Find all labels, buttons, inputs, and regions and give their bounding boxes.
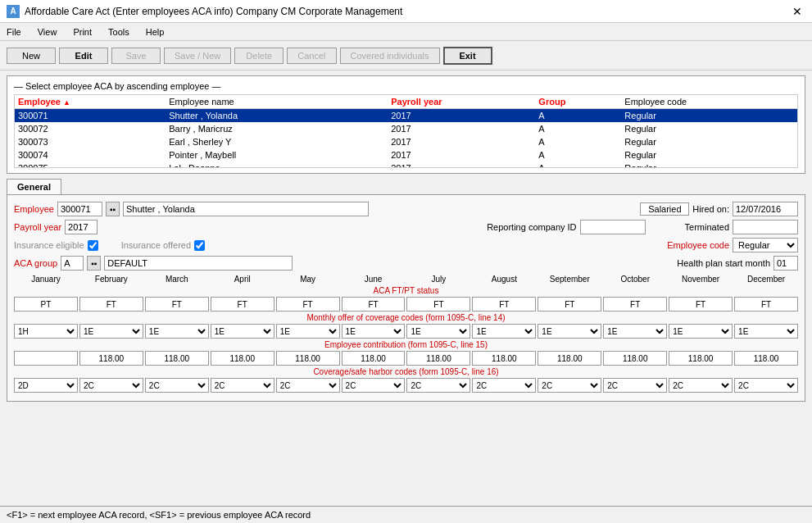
ft-pt-apr[interactable] [211,297,274,312]
contrib-nov[interactable] [669,351,733,366]
close-button[interactable]: ✕ [789,5,805,18]
month-jul: July [406,274,470,284]
aca-group-lookup-btn[interactable]: ▪▪ [87,256,101,271]
month-dec: December [734,274,798,284]
harbor-may[interactable]: 2C [276,378,340,393]
employee-table-container: Employee ▲ Employee name Payroll year Gr… [14,94,798,168]
coverage-jun[interactable]: 1E [342,324,406,339]
coverage-mar[interactable]: 1E [145,324,209,339]
contribution-row [14,351,798,366]
harbor-apr[interactable]: 2C [211,378,274,393]
contrib-jan[interactable] [14,351,78,366]
coverage-aug[interactable]: 1E [472,324,536,339]
ft-pt-aug[interactable] [472,297,536,312]
edit-button[interactable]: Edit [59,48,108,64]
menu-print[interactable]: Print [70,25,95,39]
employee-table-scroll[interactable]: Employee ▲ Employee name Payroll year Gr… [15,95,797,167]
ft-pt-jun[interactable] [342,297,406,312]
employee-code-dropdown[interactable]: Regular [733,238,798,252]
coverage-oct[interactable]: 1E [603,324,667,339]
insurance-offered-checkbox[interactable] [194,240,205,251]
coverage-dec[interactable]: 1E [734,324,798,339]
harbor-jan[interactable]: 2D2C [14,378,78,393]
toolbar: New Edit Save Save / New Delete Cancel C… [0,41,812,70]
insurance-eligible-checkbox[interactable] [88,240,98,251]
aca-group-input[interactable] [61,256,84,271]
harbor-jul[interactable]: 2C [406,378,470,393]
coverage-sep[interactable]: 1E [538,324,601,339]
cell-name: Shutter , Yolanda [166,109,388,123]
harbor-sep[interactable]: 2C [538,378,601,393]
coverage-apr[interactable]: 1E [211,324,274,339]
row-insurance: Insurance eligible Insurance offered Emp… [14,238,798,252]
cell-year: 2017 [388,122,535,135]
contrib-jul[interactable] [406,351,470,366]
cell-emp: 300075 [15,161,166,167]
contrib-dec[interactable] [734,351,798,366]
reporting-company-id-input[interactable] [580,220,646,234]
employee-name-input[interactable] [123,202,369,216]
tab-general[interactable]: General [7,179,61,194]
new-button[interactable]: New [7,48,56,64]
hired-on-label: Hired on: [692,204,729,214]
terminated-input[interactable] [733,220,798,234]
payroll-year-input[interactable] [65,220,98,234]
menu-help[interactable]: Help [143,25,168,39]
month-jan: January [14,274,78,284]
table-row[interactable]: 300073 Earl , Sherley Y 2017 A Regular [15,135,797,148]
contrib-apr[interactable] [211,351,274,366]
coverage-may[interactable]: 1E [276,324,340,339]
col-employee: Employee ▲ [15,95,166,109]
harbor-nov[interactable]: 2C [669,378,733,393]
table-row[interactable]: 300074 Pointer , Maybell 2017 A Regular [15,148,797,161]
contrib-may[interactable] [276,351,340,366]
tabs: General [7,179,805,194]
harbor-mar[interactable]: 2C [145,378,209,393]
harbor-aug[interactable]: 2C [472,378,536,393]
harbor-jun[interactable]: 2C [342,378,406,393]
contrib-jun[interactable] [342,351,406,366]
ft-pt-jul[interactable] [406,297,470,312]
section-title: — Select employee ACA by ascending emplo… [14,81,798,91]
table-row[interactable]: 300071 Shutter , Yolanda 2017 A Regular [15,109,797,123]
menu-view[interactable]: View [34,25,61,39]
harbor-oct[interactable]: 2C [603,378,667,393]
employee-id-input[interactable] [57,202,102,216]
coverage-codes-label: Monthly offer of coverage codes (form 10… [14,313,798,322]
ft-pt-jan[interactable] [14,297,78,312]
ft-pt-dec[interactable] [734,297,798,312]
save-button: Save [111,48,161,64]
harbor-feb[interactable]: 2C [79,378,143,393]
ft-pt-mar[interactable] [145,297,209,312]
contrib-aug[interactable] [472,351,536,366]
coverage-nov[interactable]: 1E [669,324,733,339]
ft-pt-nov[interactable] [669,297,733,312]
coverage-jan[interactable]: 1H1E [14,324,78,339]
contrib-oct[interactable] [603,351,667,366]
harbor-dec[interactable]: 2C [734,378,798,393]
exit-button[interactable]: Exit [443,47,492,65]
hired-on-input[interactable] [733,202,798,216]
cell-name: Pointer , Maybell [166,148,388,161]
table-row[interactable]: 300072 Barry , Maricruz 2017 A Regular [15,122,797,135]
aca-group-name-input[interactable] [104,256,293,271]
app-icon: A [7,5,20,18]
coverage-feb[interactable]: 1E [79,324,143,339]
cell-year: 2017 [388,148,535,161]
coverage-jul[interactable]: 1E [406,324,470,339]
contrib-sep[interactable] [538,351,601,366]
menu-tools[interactable]: Tools [105,25,133,39]
menu-file[interactable]: File [3,25,25,39]
contrib-mar[interactable] [145,351,209,366]
ft-pt-oct[interactable] [603,297,667,312]
table-row[interactable]: 300075 Lal , Deanne 2017 A Regular [15,161,797,167]
ft-pt-sep[interactable] [538,297,601,312]
health-plan-start-input[interactable] [773,256,798,271]
ft-pt-may[interactable] [276,297,340,312]
employee-section: — Select employee ACA by ascending emplo… [7,75,805,174]
title-text: Affordable Care Act (Enter employees ACA… [25,6,402,17]
employee-lookup-btn[interactable]: ▪▪ [106,202,120,216]
col-employee-name: Employee name [166,95,388,109]
ft-pt-feb[interactable] [79,297,143,312]
contrib-feb[interactable] [79,351,143,366]
